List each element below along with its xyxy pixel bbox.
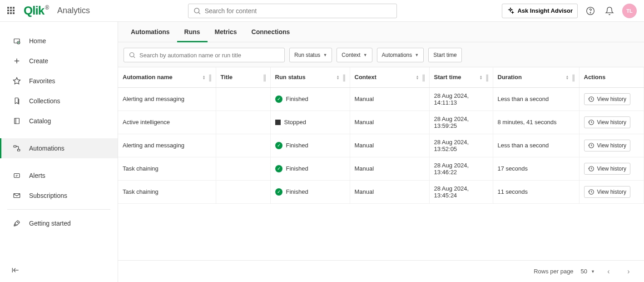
alert-icon xyxy=(13,171,21,180)
sort-icon: ▲▼ xyxy=(203,75,206,80)
svg-line-1 xyxy=(198,12,200,14)
app-launcher-icon[interactable] xyxy=(7,7,15,15)
view-history-button[interactable]: View history xyxy=(584,93,630,105)
sidebar-item-getting-started[interactable]: Getting started xyxy=(0,213,118,233)
app-title: Analytics xyxy=(57,6,90,15)
sidebar-item-home[interactable]: Home xyxy=(0,31,118,51)
sidebar-item-collections[interactable]: Collections xyxy=(0,91,118,111)
resize-icon[interactable]: ‖ xyxy=(263,73,266,81)
sidebar-label: Favorites xyxy=(29,77,55,85)
sort-icon: ▲▼ xyxy=(337,75,340,80)
resize-icon[interactable]: ‖ xyxy=(342,73,345,81)
resize-icon[interactable]: ‖ xyxy=(485,73,488,81)
cell-actions: View history xyxy=(579,134,644,157)
tab-runs[interactable]: Runs xyxy=(177,22,208,42)
next-page-button[interactable]: › xyxy=(622,265,635,278)
cell-start-time: 28 Aug 2024, 14:11:13 xyxy=(429,87,493,111)
cell-duration: Less than a second xyxy=(493,134,579,157)
cell-title xyxy=(216,87,270,111)
rows-value: 50 xyxy=(581,268,587,275)
cell-automation-name: Task chaining xyxy=(118,157,216,180)
resize-icon[interactable]: ‖ xyxy=(208,73,211,81)
view-history-label: View history xyxy=(597,189,626,195)
prev-page-button[interactable]: ‹ xyxy=(602,265,615,278)
chevron-down-icon: ▼ xyxy=(415,53,419,57)
runs-table: Automation name▲▼‖ Title‖ Run status▲▼‖ … xyxy=(118,67,644,204)
table-row: Alerting and messaging✓FinishedManual28 … xyxy=(118,87,644,111)
th-duration[interactable]: Duration▲▼‖ xyxy=(493,67,579,87)
filter-start-time[interactable]: Start time xyxy=(428,48,461,62)
sidebar-label: Catalog xyxy=(29,117,51,125)
svg-point-18 xyxy=(130,53,134,57)
resize-icon[interactable]: ‖ xyxy=(422,73,425,81)
table-row: Task chaining✓FinishedManual28 Aug 2024,… xyxy=(118,157,644,180)
sidebar-item-catalog[interactable]: Catalog xyxy=(0,111,118,131)
filter-label: Automations xyxy=(382,52,412,58)
cell-automation-name: Alerting and messaging xyxy=(118,134,216,157)
cell-run-status: ✓Finished xyxy=(270,180,350,203)
help-icon[interactable] xyxy=(584,5,597,17)
sidebar-item-subscriptions[interactable]: Subscriptions xyxy=(0,186,118,206)
filter-automations[interactable]: Automations ▼ xyxy=(377,48,424,62)
history-icon xyxy=(588,189,594,195)
sort-icon: ▲▼ xyxy=(480,75,483,80)
th-automation-name[interactable]: Automation name▲▼‖ xyxy=(118,67,216,87)
chevron-down-icon: ▼ xyxy=(323,53,327,57)
view-history-button[interactable]: View history xyxy=(584,163,630,175)
view-history-label: View history xyxy=(597,166,626,172)
table-row: Task chaining✓FinishedManual28 Aug 2024,… xyxy=(118,180,644,203)
status-text: Finished xyxy=(286,165,308,172)
th-title[interactable]: Title‖ xyxy=(216,67,270,87)
view-history-button[interactable]: View history xyxy=(584,140,630,151)
cell-context: Manual xyxy=(350,87,429,111)
cell-context: Manual xyxy=(350,180,429,203)
cell-title xyxy=(216,134,270,157)
svg-line-19 xyxy=(134,56,135,58)
checkmark-circle-icon: ✓ xyxy=(275,96,282,103)
sidebar-item-alerts[interactable]: Alerts xyxy=(0,166,118,186)
cell-context: Manual xyxy=(350,111,429,134)
tab-connections[interactable]: Connections xyxy=(244,22,297,42)
svg-point-15 xyxy=(18,222,19,223)
th-context[interactable]: Context▲▼‖ xyxy=(350,67,429,87)
tab-automations[interactable]: Automations xyxy=(124,22,177,42)
cell-actions: View history xyxy=(579,157,644,180)
th-run-status[interactable]: Run status▲▼‖ xyxy=(270,67,350,87)
rows-per-page-select[interactable]: 50 ▼ xyxy=(581,268,595,275)
svg-point-0 xyxy=(194,8,199,13)
cell-title xyxy=(216,157,270,180)
sidebar-item-favorites[interactable]: Favorites xyxy=(0,71,118,91)
search-icon xyxy=(129,51,136,59)
table-search[interactable] xyxy=(124,48,285,62)
brand-logo[interactable]: Qlik ® xyxy=(24,4,49,18)
cell-title xyxy=(216,111,270,134)
tab-metrics[interactable]: Metrics xyxy=(208,22,244,42)
rocket-icon xyxy=(13,219,21,227)
svg-rect-9 xyxy=(15,118,20,124)
notifications-icon[interactable] xyxy=(603,5,616,17)
view-history-button[interactable]: View history xyxy=(584,116,630,128)
table-search-input[interactable] xyxy=(139,52,280,59)
collapse-sidebar-button[interactable] xyxy=(11,266,20,275)
filter-label: Run status xyxy=(294,52,320,58)
filter-context[interactable]: Context ▼ xyxy=(337,48,372,62)
cell-run-status: ✓Finished xyxy=(270,157,350,180)
global-search-input[interactable] xyxy=(205,7,392,15)
history-icon xyxy=(588,166,594,172)
filter-run-status[interactable]: Run status ▼ xyxy=(289,48,332,62)
sidebar-item-automations[interactable]: Automations xyxy=(0,138,118,158)
search-icon xyxy=(193,7,201,15)
sidebar-label: Create xyxy=(29,57,48,65)
cell-context: Manual xyxy=(350,157,429,180)
th-start-time[interactable]: Start time▲▼‖ xyxy=(429,67,493,87)
view-history-label: View history xyxy=(597,142,626,149)
cell-duration: 11 seconds xyxy=(493,180,579,203)
rows-per-page-label: Rows per page xyxy=(534,268,573,275)
svg-point-3 xyxy=(590,12,590,13)
global-search[interactable] xyxy=(188,4,397,18)
resize-icon[interactable]: ‖ xyxy=(572,73,575,81)
sidebar-item-create[interactable]: Create xyxy=(0,51,118,71)
ask-insight-advisor-button[interactable]: Ask Insight Advisor xyxy=(502,4,578,18)
view-history-button[interactable]: View history xyxy=(584,186,630,198)
user-avatar[interactable]: TL xyxy=(622,4,637,18)
